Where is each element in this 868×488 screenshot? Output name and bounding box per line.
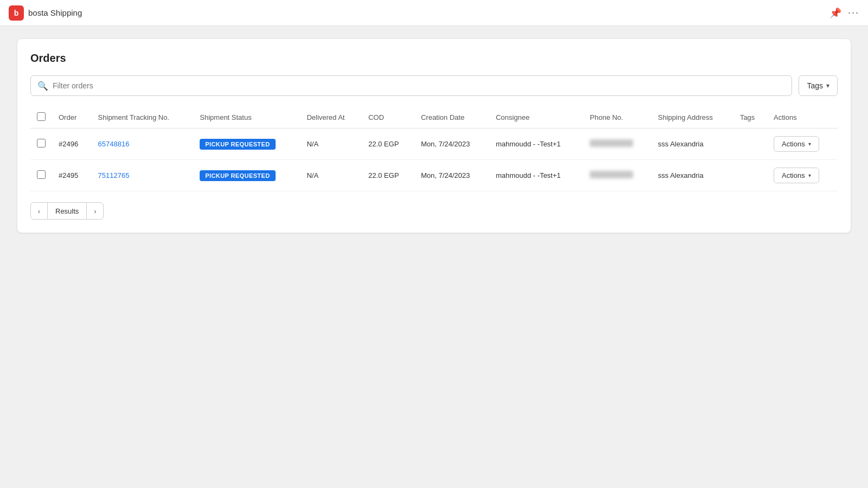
col-header-cod: COD: [362, 107, 414, 129]
search-input[interactable]: [53, 81, 785, 90]
orders-card: Orders 🔍 Tags ▾ Order Shipment Tracking: [17, 39, 851, 233]
actions-chevron-icon-0: ▾: [808, 141, 811, 147]
table-header-row: Order Shipment Tracking No. Shipment Sta…: [30, 107, 838, 129]
actions-button-1[interactable]: Actions ▾: [774, 168, 819, 183]
row-consignee-1: mahmoudd - -Test+1: [489, 160, 583, 191]
row-tags-1: [733, 160, 767, 191]
row-tracking-1: 75112765: [92, 160, 194, 191]
row-consignee-0: mahmoudd - -Test+1: [489, 129, 583, 160]
actions-chevron-icon-1: ▾: [808, 172, 811, 178]
tags-button[interactable]: Tags ▾: [799, 75, 838, 96]
row-actions-cell-0: Actions ▾: [767, 129, 838, 160]
col-header-consignee: Consignee: [489, 107, 583, 129]
tracking-link-0[interactable]: 65748816: [98, 140, 130, 148]
row-checkbox-0[interactable]: [37, 139, 46, 147]
search-wrapper: 🔍: [30, 75, 792, 96]
orders-table: Order Shipment Tracking No. Shipment Sta…: [30, 107, 838, 191]
app-name: bosta Shipping: [28, 8, 82, 17]
row-checkbox-cell: [30, 160, 52, 191]
tags-chevron-icon: ▾: [826, 82, 829, 89]
pagination-results: Results: [48, 202, 86, 220]
results-label: Results: [55, 207, 79, 215]
actions-button-0[interactable]: Actions ▾: [774, 136, 819, 152]
col-header-phone: Phone No.: [583, 107, 652, 129]
actions-label-1: Actions: [782, 171, 805, 179]
col-header-delivered-at: Delivered At: [300, 107, 362, 129]
row-shipping-address-0: sss Alexandria: [652, 129, 733, 160]
row-order-1: #2495: [52, 160, 92, 191]
pagination-next-button[interactable]: ›: [86, 202, 104, 220]
col-header-order: Order: [52, 107, 92, 129]
row-delivered-at-1: N/A: [300, 160, 362, 191]
row-cod-1: 22.0 EGP: [362, 160, 414, 191]
tracking-link-1[interactable]: 75112765: [98, 171, 130, 179]
col-header-status: Shipment Status: [193, 107, 300, 129]
row-creation-date-1: Mon, 7/24/2023: [414, 160, 489, 191]
topbar-left: b bosta Shipping: [9, 5, 82, 21]
col-header-tracking: Shipment Tracking No.: [92, 107, 194, 129]
select-all-checkbox[interactable]: [37, 112, 46, 121]
row-status-0: PICKUP REQUESTED: [193, 129, 300, 160]
pin-icon[interactable]: 📌: [829, 7, 841, 19]
row-cod-0: 22.0 EGP: [362, 129, 414, 160]
phone-blur-1: [590, 171, 633, 178]
tags-label: Tags: [807, 81, 823, 90]
row-phone-0: [583, 129, 652, 160]
row-tracking-0: 65748816: [92, 129, 194, 160]
col-header-shipping-address: Shipping Address: [652, 107, 733, 129]
row-status-1: PICKUP REQUESTED: [193, 160, 300, 191]
actions-label-0: Actions: [782, 140, 805, 148]
filter-row: 🔍 Tags ▾: [30, 75, 838, 96]
col-header-actions: Actions: [767, 107, 838, 129]
page-title: Orders: [30, 52, 838, 65]
row-shipping-address-1: sss Alexandria: [652, 160, 733, 191]
col-header-creation-date: Creation Date: [414, 107, 489, 129]
search-icon: 🔍: [37, 81, 48, 91]
main-content: Orders 🔍 Tags ▾ Order Shipment Tracking: [0, 26, 868, 488]
topbar: b bosta Shipping 📌 ···: [0, 0, 868, 26]
row-creation-date-0: Mon, 7/24/2023: [414, 129, 489, 160]
row-delivered-at-0: N/A: [300, 129, 362, 160]
row-checkbox-1[interactable]: [37, 170, 46, 179]
table-row: #2495 75112765 PICKUP REQUESTED N/A 22.0…: [30, 160, 838, 191]
more-icon[interactable]: ···: [848, 7, 859, 18]
topbar-right: 📌 ···: [829, 7, 859, 19]
status-badge-0: PICKUP REQUESTED: [200, 139, 275, 150]
row-actions-cell-1: Actions ▾: [767, 160, 838, 191]
pagination-row: ‹ Results ›: [30, 202, 838, 220]
table-row: #2496 65748816 PICKUP REQUESTED N/A 22.0…: [30, 129, 838, 160]
pagination-prev-button[interactable]: ‹: [30, 202, 48, 220]
status-badge-1: PICKUP REQUESTED: [200, 170, 275, 181]
col-header-tags: Tags: [733, 107, 767, 129]
row-order-0: #2496: [52, 129, 92, 160]
phone-blur-0: [590, 139, 633, 147]
col-header-checkbox: [30, 107, 52, 129]
row-checkbox-cell: [30, 129, 52, 160]
row-phone-1: [583, 160, 652, 191]
row-tags-0: [733, 129, 767, 160]
app-logo: b: [9, 5, 24, 21]
